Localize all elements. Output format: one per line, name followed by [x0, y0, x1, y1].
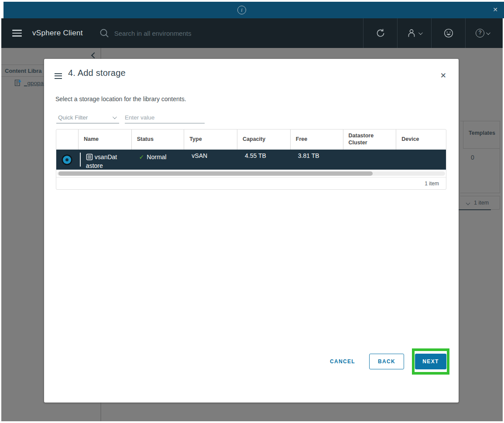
scrollbar-track[interactable] [57, 171, 445, 176]
collapse-sidebar-icon [91, 52, 97, 58]
dialog-actions: CANCEL BACK NEXT [330, 348, 449, 375]
user-menu-button[interactable] [397, 18, 431, 48]
cancel-button[interactable]: CANCEL [330, 358, 355, 365]
column-header-type: Type [184, 130, 237, 150]
app-title: vSphere Client [32, 29, 83, 38]
item-count: 1 item [425, 181, 439, 187]
help-menu-button[interactable]: ? [465, 18, 499, 48]
filter-value-input[interactable] [125, 112, 205, 123]
feedback-button[interactable] [431, 18, 465, 48]
templates-column-header: Templates [463, 121, 500, 149]
cell-type: vSAN [184, 150, 237, 170]
search-placeholder: Search in all environments [114, 30, 192, 37]
refresh-icon [375, 28, 386, 38]
chevron-down-icon [486, 31, 490, 35]
column-header-device: Device [396, 130, 446, 150]
background-footer-underline [459, 209, 491, 210]
row-radio-cell [56, 150, 78, 170]
search-icon [99, 28, 109, 38]
dialog-close-icon[interactable]: ✕ [440, 71, 446, 80]
sidebar-item-label: _gpopa- [24, 80, 46, 86]
global-search-input[interactable]: Search in all environments [99, 28, 287, 38]
column-header-datastore-cluster: Datastore Cluster [343, 130, 396, 150]
scrollbar-thumb[interactable] [58, 171, 373, 176]
cell-device [396, 150, 446, 170]
header-actions: ? [363, 18, 499, 48]
cell-name: vsanDatastore [78, 150, 131, 170]
info-icon[interactable]: i [237, 6, 246, 14]
quick-filter-dropdown[interactable]: Quick Filter [56, 112, 119, 123]
help-icon: ? [476, 29, 484, 38]
datastore-icon [86, 154, 93, 160]
notification-banner: i ✕ [3, 2, 504, 18]
status-ok-icon: ✓ [139, 154, 144, 160]
cell-datastore-cluster [343, 150, 396, 170]
back-button[interactable]: BACK [369, 354, 404, 369]
cell-status: ✓Normal [131, 150, 184, 170]
column-header-free: Free [290, 130, 343, 150]
column-header-name: Name [78, 130, 131, 150]
main-menu-icon[interactable] [12, 28, 22, 38]
chevron-down-icon [113, 115, 117, 119]
next-button[interactable]: NEXT [415, 354, 446, 369]
vsphere-client-window: i ✕ vSphere Client Search in all environ… [0, 0, 504, 423]
row-selection-divider [80, 153, 81, 167]
radio-column-header [56, 130, 78, 150]
refresh-button[interactable] [363, 18, 397, 48]
cell-free: 3.81 TB [290, 150, 343, 170]
table-header-row: Name Status Type Capacity Free Datastore… [56, 130, 446, 150]
user-icon [407, 28, 417, 38]
table-footer: 1 item [56, 177, 446, 189]
chevron-down-icon [466, 201, 470, 205]
quick-filter-label: Quick Filter [56, 114, 88, 121]
background-grid-footer: 1 item [460, 196, 500, 210]
next-button-highlight: NEXT [412, 348, 449, 375]
status-text: Normal [147, 154, 166, 160]
column-header-capacity: Capacity [237, 130, 290, 150]
add-storage-dialog: 4. Add storage ✕ Select a storage locati… [44, 59, 459, 403]
table-row[interactable]: vsanDatastore ✓Normal vSAN 4.55 TB 3.81 … [56, 150, 446, 170]
background-item-count: 1 item [474, 200, 489, 206]
dialog-description: Select a storage location for the librar… [55, 96, 186, 102]
chevron-down-icon [418, 31, 423, 35]
app-header: vSphere Client Search in all environment… [1, 18, 503, 48]
wizard-steps-menu-icon[interactable] [55, 72, 62, 80]
background-datagrid: Templates 0 [460, 121, 500, 193]
column-header-status: Status [131, 130, 184, 150]
smiley-icon [443, 28, 454, 38]
storage-table: Name Status Type Capacity Free Datastore… [56, 129, 446, 190]
templates-cell-value: 0 [460, 149, 500, 161]
banner-close-icon[interactable]: ✕ [493, 6, 498, 13]
horizontal-scrollbar [56, 170, 446, 177]
row-radio-selected[interactable] [63, 156, 71, 164]
dialog-title: 4. Add storage [68, 68, 126, 78]
library-item-icon [14, 79, 21, 86]
cell-capacity: 4.55 TB [237, 150, 290, 170]
